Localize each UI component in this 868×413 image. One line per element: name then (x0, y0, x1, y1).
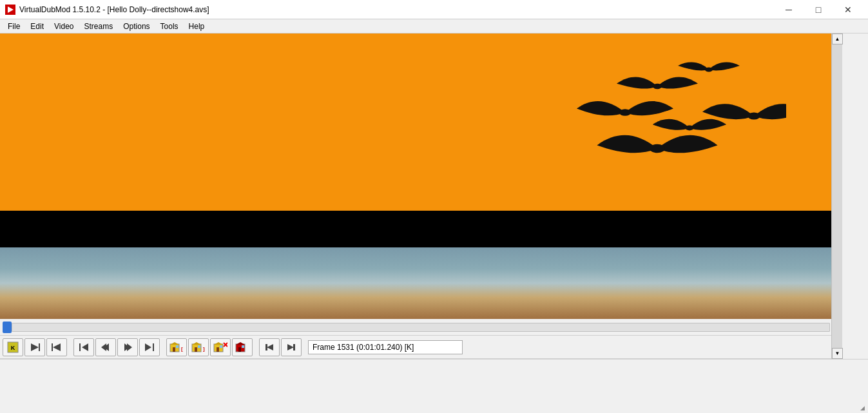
keyframe-button[interactable]: K (3, 338, 23, 356)
svg-rect-41 (242, 345, 244, 348)
seek-thumb[interactable] (3, 322, 12, 333)
svg-rect-35 (220, 345, 222, 348)
svg-rect-29 (195, 347, 197, 352)
scroll-up-button[interactable]: ▲ (832, 34, 843, 44)
svg-point-5 (747, 112, 760, 119)
menu-video[interactable]: Video (49, 21, 79, 32)
skip-start-icon (78, 341, 90, 353)
vertical-scrollbar[interactable]: ▲ ▼ (831, 34, 842, 359)
app-window: VirtualDubMod 1.5.10.2 - [Hello Dolly--d… (0, 0, 868, 413)
delete-marker-icon (213, 341, 227, 353)
next-frame-button[interactable] (281, 338, 302, 356)
svg-text:]: ] (203, 346, 205, 352)
step-backward-button[interactable] (95, 338, 116, 356)
svg-rect-13 (52, 343, 53, 351)
svg-rect-34 (217, 347, 219, 352)
svg-text:[: [ (181, 346, 183, 352)
svg-marker-33 (214, 342, 223, 345)
app-icon (5, 5, 15, 15)
svg-rect-25 (176, 345, 178, 348)
set-marker-out-button[interactable]: ] (188, 338, 209, 356)
svg-point-7 (650, 144, 665, 153)
status-bar (0, 359, 868, 372)
resize-corner[interactable]: ◢ (857, 402, 868, 413)
svg-point-4 (619, 109, 631, 116)
seek-bar-area[interactable] (0, 319, 831, 336)
svg-marker-17 (101, 343, 106, 351)
menu-file[interactable]: File (3, 21, 25, 32)
svg-marker-28 (192, 342, 201, 345)
next-frame-icon (285, 341, 297, 353)
set-marker-in-button[interactable]: [ (166, 338, 187, 356)
main-content: K (0, 34, 868, 359)
skip-end-button[interactable] (139, 338, 160, 356)
skip-end-icon (144, 341, 155, 353)
keyframe-icon: K (7, 341, 19, 353)
play-forward-icon (29, 341, 41, 353)
birds-overlay (528, 53, 786, 182)
scroll-down-button[interactable]: ▼ (832, 348, 843, 359)
svg-marker-23 (170, 342, 179, 345)
video-scene (0, 247, 831, 319)
title-bar: VirtualDubMod 1.5.10.2 - [Hello Dolly--d… (0, 0, 868, 19)
play-backward-button[interactable] (46, 338, 67, 356)
set-marker-in-icon: [ (169, 341, 184, 353)
menu-help[interactable]: Help (184, 21, 210, 32)
svg-point-2 (705, 67, 713, 72)
svg-point-3 (653, 84, 662, 89)
transport-toolbar: K (0, 336, 831, 359)
svg-marker-19 (127, 343, 132, 351)
clear-markers-icon (235, 341, 249, 353)
menu-bar: File Edit Video Streams Options Tools He… (0, 19, 868, 34)
menu-edit[interactable]: Edit (25, 21, 49, 32)
delete-marker-button[interactable] (210, 338, 231, 356)
maximize-button[interactable]: □ (804, 0, 833, 19)
svg-marker-10 (31, 343, 39, 351)
scroll-track-vertical (832, 44, 842, 348)
play-backward-icon (51, 341, 63, 353)
svg-rect-24 (173, 347, 175, 352)
play-forward-button[interactable] (24, 338, 45, 356)
svg-rect-11 (39, 343, 40, 351)
svg-rect-14 (79, 343, 81, 351)
skip-start-button[interactable] (73, 338, 94, 356)
step-forward-button[interactable] (117, 338, 138, 356)
svg-point-6 (686, 126, 694, 131)
video-wrapper: K (0, 34, 831, 359)
svg-text:K: K (11, 345, 15, 351)
svg-marker-15 (82, 343, 88, 351)
clear-markers-button[interactable] (232, 338, 253, 356)
svg-rect-40 (238, 347, 241, 352)
svg-marker-12 (53, 343, 61, 351)
frame-info-text: Frame 1531 (0:01:01.240) [K] (313, 343, 414, 352)
seek-track[interactable] (12, 323, 830, 332)
minimize-button[interactable]: ─ (774, 0, 804, 19)
svg-rect-43 (265, 344, 267, 351)
set-marker-out-icon: ] (191, 341, 206, 353)
svg-rect-45 (293, 344, 295, 351)
video-display (0, 34, 831, 319)
svg-marker-42 (267, 344, 273, 351)
menu-tools[interactable]: Tools (155, 21, 184, 32)
step-forward-icon (122, 341, 133, 353)
svg-marker-39 (236, 342, 245, 345)
title-bar-left: VirtualDubMod 1.5.10.2 - [Hello Dolly--d… (5, 5, 209, 15)
window-title: VirtualDubMod 1.5.10.2 - [Hello Dolly--d… (19, 5, 209, 14)
svg-marker-44 (287, 344, 294, 351)
step-backward-icon (100, 341, 111, 353)
close-button[interactable]: ✕ (833, 0, 863, 19)
menu-options[interactable]: Options (118, 21, 155, 32)
svg-marker-21 (145, 343, 151, 351)
prev-frame-button[interactable] (259, 338, 280, 356)
svg-rect-30 (198, 345, 200, 348)
menu-streams[interactable]: Streams (79, 21, 119, 32)
status-text (3, 362, 5, 370)
svg-rect-20 (153, 343, 154, 351)
title-bar-controls: ─ □ ✕ (774, 0, 863, 19)
video-black-bar (0, 211, 831, 248)
prev-frame-icon (264, 341, 275, 353)
frame-info-display: Frame 1531 (0:01:01.240) [K] (308, 340, 463, 354)
